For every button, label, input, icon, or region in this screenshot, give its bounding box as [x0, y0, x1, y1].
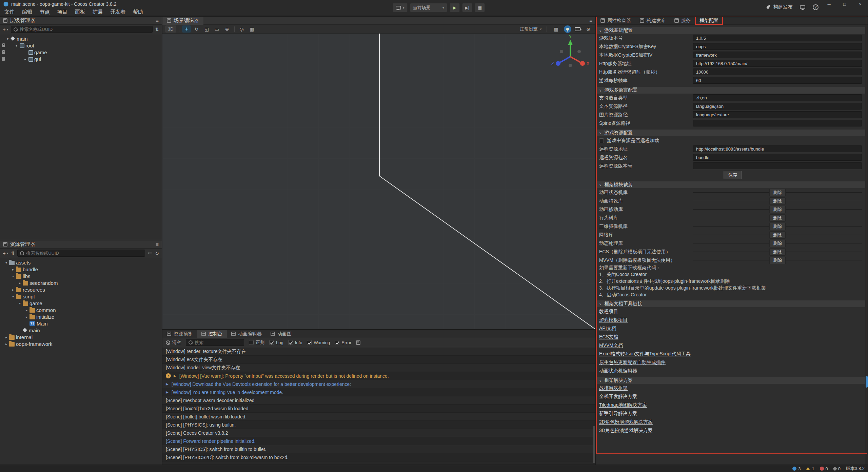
link-API文档[interactable]: API文档 [599, 326, 616, 332]
link-MVVM文档[interactable]: MVVM文档 [599, 342, 623, 349]
link-Excel格式转Json文件与TypeScript代码工具[interactable]: Excel格式转Json文件与TypeScript代码工具 [599, 351, 691, 357]
panel-menu-icon[interactable]: ≡ [589, 331, 592, 337]
section-header-游戏资源配置[interactable]: ∨游戏资源配置 [596, 130, 865, 136]
grid-toggle[interactable]: ▦ [552, 25, 560, 33]
field-input[interactable]: oops [693, 43, 862, 50]
link-新手引导解决方案[interactable]: 新手引导解决方案 [599, 411, 637, 417]
delete-button[interactable]: 删除 [769, 197, 786, 205]
section-header-游戏基础配置[interactable]: ∨游戏基础配置 [596, 27, 865, 34]
filter-button[interactable]: ⇅ [155, 27, 159, 32]
caret-icon[interactable]: ▸ [3, 335, 9, 339]
log-row[interactable]: [Window] ecs文件夹不存在 [162, 356, 595, 364]
caret-icon[interactable]: ▾ [5, 37, 11, 41]
build-publish-button[interactable]: 构建发布 [766, 4, 792, 10]
save-button[interactable]: 保存 [724, 171, 742, 179]
log-row[interactable]: [Scene] Forward render pipeline initiali… [162, 437, 595, 445]
caret-icon[interactable]: ▸ [10, 288, 16, 292]
link-全栈开发解决方案[interactable]: 全栈开发解决方案 [599, 394, 637, 400]
asset-row-common[interactable]: ▸common [0, 307, 162, 313]
expand-icon[interactable]: ▶ [174, 374, 176, 378]
gizmo-y-axis[interactable] [568, 40, 573, 45]
inspector-tab-框架配置[interactable]: 框架配置 [695, 17, 723, 25]
warning-count[interactable]: 1 [806, 466, 814, 471]
console-search-input[interactable] [195, 340, 241, 345]
gizmo-negative-y[interactable] [569, 64, 572, 67]
scrollbar-thumb[interactable] [866, 376, 868, 388]
delete-button[interactable]: 删除 [769, 248, 786, 256]
log-detail-icon[interactable] [356, 340, 360, 345]
log-row[interactable]: ▶[Window] You are running Vue in develop… [162, 388, 595, 396]
world-local-toggle[interactable]: ◎ [237, 25, 246, 33]
link-游戏模板项目[interactable]: 游戏模板项目 [599, 317, 628, 323]
asset-row-bundle[interactable]: ▸bundle [0, 266, 162, 273]
asset-row-main[interactable]: main [0, 327, 162, 334]
step-button[interactable]: ▶| [462, 3, 472, 12]
view-mode-dropdown[interactable]: 正常浏览 ∨ [520, 26, 542, 32]
console-tab-动画编辑器[interactable]: 动画编辑器 [227, 330, 266, 338]
link-原生包热更新配置自动生成插件[interactable]: 原生包热更新配置自动生成插件 [599, 359, 666, 366]
gear-icon[interactable]: ⊛ [584, 25, 593, 33]
message-count[interactable]: 3 [792, 466, 801, 471]
menu-节点[interactable]: 节点 [36, 9, 54, 15]
asset-row-script[interactable]: ▾script [0, 293, 162, 300]
log-row[interactable]: [Scene] meshopt wasm decoder initialized [162, 396, 595, 405]
panel-menu-icon[interactable]: ≡ [156, 18, 159, 23]
section-header-框架模块裁剪[interactable]: ∨框架模块裁剪 [596, 181, 865, 188]
log-row[interactable]: [Scene] Cocos Creator v3.8.2 [162, 429, 595, 437]
menu-开发者[interactable]: 开发者 [106, 9, 129, 15]
panel-menu-icon[interactable]: ≡ [156, 241, 159, 247]
delete-button[interactable]: 删除 [769, 240, 786, 247]
close-button[interactable]: × [852, 0, 868, 8]
link-2D角色扮演游戏解决方案[interactable]: 2D角色扮演游戏解决方案 [599, 419, 653, 425]
filter-warning[interactable]: Warning [307, 340, 330, 345]
hierarchy-search-input[interactable] [20, 27, 150, 32]
console-tab-资源预览[interactable]: 资源预览 [162, 330, 197, 338]
caret-icon[interactable]: ▸ [24, 315, 29, 319]
snap-tool[interactable]: ▦ [248, 25, 256, 33]
asset-row-seedrandom[interactable]: ▸seedrandom [0, 279, 162, 286]
hierarchy-row-root[interactable]: ▾root [0, 42, 162, 49]
filter-log[interactable]: Log [269, 340, 283, 345]
clear-console-button[interactable]: 清空 [166, 339, 181, 346]
menu-文件[interactable]: 文件 [1, 9, 18, 15]
delete-button[interactable]: 删除 [769, 231, 786, 239]
link-动画状态机编辑器[interactable]: 动画状态机编辑器 [599, 368, 637, 374]
field-input[interactable]: 60 [693, 77, 862, 84]
add-asset-button[interactable]: +▾ [3, 250, 8, 256]
asset-row-internal[interactable]: ▸internal [0, 334, 162, 340]
caret-icon[interactable]: ▾ [10, 274, 16, 278]
error-count[interactable]: 0 [820, 466, 828, 471]
inspector-scrollbar[interactable] [865, 25, 868, 465]
hierarchy-row-main[interactable]: ▾main [0, 35, 162, 42]
log-row[interactable]: [Scene] [bullet]:bullet wasm lib loaded. [162, 413, 595, 421]
delete-button[interactable]: 删除 [769, 214, 786, 222]
link-ECS文档[interactable]: ECS文档 [599, 334, 618, 340]
delete-button[interactable]: 删除 [769, 223, 786, 230]
section-header-框架文档工具链接[interactable]: ∨框架文档工具链接 [596, 300, 865, 307]
log-row[interactable]: [Window] model_view文件夹不存在 [162, 364, 595, 372]
field-input[interactable]: language/json [693, 103, 862, 110]
field-input[interactable]: http://localhost:8083/assets/bundle [693, 145, 862, 152]
link-战棋游戏框架[interactable]: 战棋游戏框架 [599, 385, 628, 391]
mode-3d-button[interactable]: 3D [165, 25, 176, 33]
field-input[interactable]: http://192.168.0.150/main/ [693, 60, 862, 67]
play-button[interactable]: ▶ [450, 3, 460, 12]
filter-info[interactable]: Info [288, 340, 302, 345]
add-node-button[interactable]: +▾ [3, 26, 8, 32]
move-tool[interactable]: + [182, 25, 191, 33]
delete-button[interactable]: 删除 [769, 189, 786, 196]
expand-icon[interactable]: ▶ [166, 382, 169, 386]
link-3D角色扮演游戏解决方案[interactable]: 3D角色扮演游戏解决方案 [599, 428, 653, 434]
minimize-button[interactable]: ─ [821, 0, 837, 8]
expand-icon[interactable]: ▶ [166, 390, 169, 394]
scene-selector[interactable]: 当前场景 ▾ [410, 3, 447, 12]
platform-button[interactable]: ▾ [393, 3, 408, 12]
asset-row-initialize[interactable]: ▸initialize [0, 313, 162, 320]
menu-项目[interactable]: 项目 [54, 9, 71, 15]
caret-icon[interactable]: ▾ [3, 261, 9, 264]
field-input[interactable]: language/texture [693, 111, 862, 118]
field-input[interactable]: 10000 [693, 68, 862, 75]
lighting-toggle[interactable] [564, 25, 571, 33]
menu-面板[interactable]: 面板 [71, 9, 89, 15]
console-tab-动画图[interactable]: 动画图 [266, 330, 296, 338]
